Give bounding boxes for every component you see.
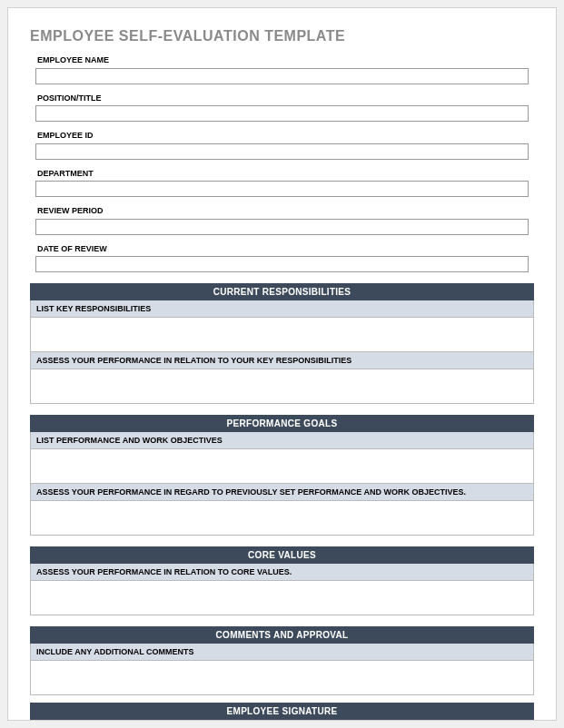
field-label: POSITION/TITLE	[35, 93, 529, 103]
section-header: CORE VALUES	[30, 546, 534, 564]
employee-name-input[interactable]	[35, 68, 529, 84]
document-page: EMPLOYEE SELF-EVALUATION TEMPLATE EMPLOY…	[7, 7, 557, 721]
core-values-input[interactable]	[30, 581, 534, 615]
employee-id-input[interactable]	[35, 143, 529, 160]
department-input[interactable]	[35, 181, 529, 197]
field-label: REVIEW PERIOD	[35, 206, 529, 215]
spacer	[30, 695, 534, 703]
section-sub-label: LIST KEY RESPONSIBILITIES	[30, 300, 534, 318]
comments-input[interactable]	[30, 661, 534, 695]
section-sub-label: LIST PERFORMANCE AND WORK OBJECTIVES	[30, 432, 534, 449]
field-label: EMPLOYEE ID	[35, 131, 529, 140]
section-core-values: CORE VALUES ASSESS YOUR PERFORMANCE IN R…	[30, 546, 534, 615]
section-current-responsibilities: CURRENT RESPONSIBILITIES LIST KEY RESPON…	[30, 283, 534, 404]
section-sub-label: ASSESS YOUR PERFORMANCE IN REGARD TO PRE…	[30, 484, 534, 501]
section-performance-goals: PERFORMANCE GOALS LIST PERFORMANCE AND W…	[30, 415, 534, 536]
field-label: DATE OF REVIEW	[35, 244, 529, 253]
position-title-input[interactable]	[35, 105, 529, 122]
field-label: EMPLOYEE NAME	[35, 55, 529, 64]
responsibilities-list-input[interactable]	[30, 318, 534, 352]
section-employee-signature: EMPLOYEE SIGNATURE	[30, 703, 534, 720]
field-employee-id: EMPLOYEE ID	[35, 131, 529, 160]
field-label: DEPARTMENT	[35, 169, 529, 178]
section-sub-label: ASSESS YOUR PERFORMANCE IN RELATION TO Y…	[30, 352, 534, 369]
section-header: PERFORMANCE GOALS	[30, 415, 534, 432]
section-header: CURRENT RESPONSIBILITIES	[30, 283, 534, 300]
field-department: DEPARTMENT	[35, 169, 529, 198]
responsibilities-assess-input[interactable]	[30, 369, 534, 404]
section-sub-label: ASSESS YOUR PERFORMANCE IN RELATION TO C…	[30, 564, 534, 581]
field-employee-name: EMPLOYEE NAME	[35, 55, 529, 84]
fields-area: EMPLOYEE NAME POSITION/TITLE EMPLOYEE ID…	[30, 55, 534, 272]
section-header: COMMENTS AND APPROVAL	[30, 626, 534, 644]
section-header: EMPLOYEE SIGNATURE	[30, 703, 534, 720]
date-of-review-input[interactable]	[35, 256, 529, 272]
review-period-input[interactable]	[35, 219, 529, 235]
field-review-period: REVIEW PERIOD	[35, 206, 529, 235]
section-comments-approval: COMMENTS AND APPROVAL INCLUDE ANY ADDITI…	[30, 626, 534, 695]
field-position-title: POSITION/TITLE	[35, 93, 529, 123]
page-title: EMPLOYEE SELF-EVALUATION TEMPLATE	[30, 28, 534, 44]
goals-assess-input[interactable]	[30, 501, 534, 536]
goals-list-input[interactable]	[30, 449, 534, 484]
section-sub-label: INCLUDE ANY ADDITIONAL COMMENTS	[30, 644, 534, 661]
field-date-of-review: DATE OF REVIEW	[35, 244, 529, 273]
